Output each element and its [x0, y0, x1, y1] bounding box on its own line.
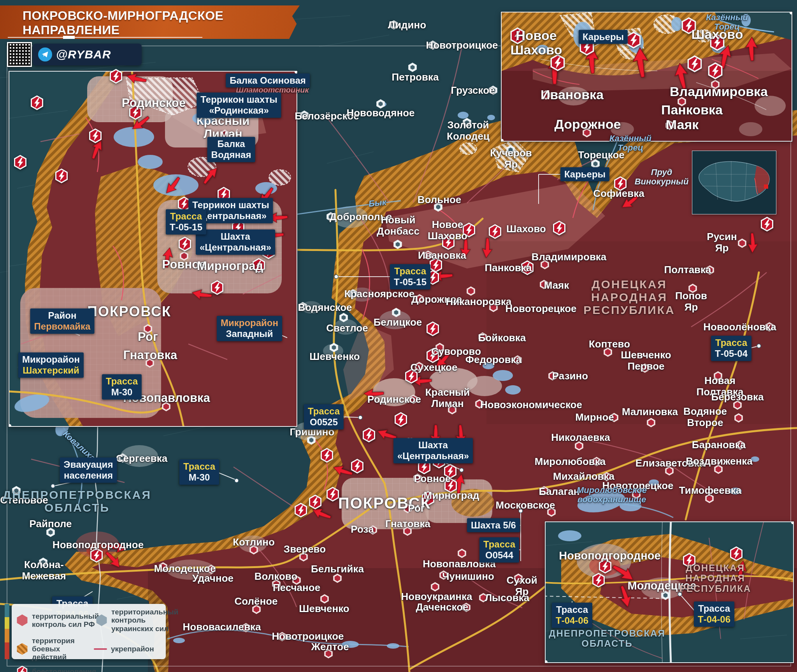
clash-icon: [90, 547, 104, 563]
clash-icon: [598, 558, 612, 574]
clash-icon: [426, 270, 440, 285]
clash-icon: [686, 55, 702, 73]
attack-arrow-icon: [632, 46, 649, 79]
clash-icon: [308, 494, 322, 510]
clash-icon: [707, 62, 723, 80]
attack-arrow-icon: [455, 424, 468, 446]
legend-color-stripe: [5, 604, 9, 659]
clash-icon: [443, 463, 457, 479]
clash-icon: [729, 546, 743, 561]
channel-badge[interactable]: @RYBAR: [33, 44, 142, 65]
clash-icon: [177, 196, 191, 212]
clash-icon: [109, 68, 123, 84]
legend-label: территориальный контроль сил РФ: [32, 612, 99, 629]
clash-icon: [326, 486, 340, 502]
clash-icon: [592, 572, 606, 588]
clash-icon: [509, 27, 525, 45]
legend-item-clashes: боестолкновения: [16, 665, 149, 672]
title-banner: ПОКРОВСКО-МИРНОГРАДСКОЕ НАПРАВЛЕНИЕ Обст…: [0, 5, 300, 39]
clash-icon: [128, 105, 142, 120]
clash-icon: [625, 31, 641, 49]
page-title: ПОКРОВСКО-МИРНОГРАДСКОЕ НАПРАВЛЕНИЕ: [23, 9, 300, 37]
attack-arrow-icon: [266, 211, 289, 225]
legend-item-fortified-area: укрепрайон: [94, 637, 161, 661]
telegram-icon: [38, 47, 52, 61]
clash-icon: [252, 258, 266, 273]
clash-icon: [520, 260, 534, 275]
clash-icon: [404, 368, 418, 384]
clash-icon: [294, 502, 308, 518]
clash-icon: [709, 33, 725, 51]
attack-arrow-icon: [743, 35, 759, 62]
combat-zone-swatch-icon: [16, 643, 28, 655]
attack-arrow-icon: [746, 232, 760, 254]
clash-icon: [462, 222, 476, 238]
channel-handle: @RYBAR: [56, 48, 111, 61]
clash-icon: [760, 216, 774, 232]
clash-icon: [681, 17, 697, 35]
clash-icon: [231, 219, 245, 235]
leader-lines: [0, 0, 797, 672]
clash-icon: [320, 447, 334, 463]
rf-control-swatch-icon: [16, 614, 28, 626]
clash-icon: [88, 128, 102, 144]
clash-icon: [426, 348, 440, 363]
clash-icon: [552, 220, 566, 236]
clash-icon: [350, 458, 364, 474]
clash-icon: [54, 168, 68, 184]
legend-item-ua-control: территориальный контроль украинских сил: [96, 608, 165, 633]
clash-icon: [441, 235, 455, 250]
clash-icon: [579, 38, 595, 56]
clash-icon: [13, 154, 27, 170]
clash-icon: [682, 553, 696, 568]
clash-icon: [613, 176, 627, 191]
legend-panel: территориальный контроль сил РФ территор…: [12, 604, 166, 659]
clash-icon: [444, 478, 458, 493]
clash-icon: [394, 412, 408, 427]
clash-icon: [426, 321, 440, 337]
legend-label: территориальный контроль украинских сил: [111, 608, 178, 633]
legend-item-rf-control: территориальный контроль сил РФ: [16, 608, 86, 633]
legend-label: укрепрайон: [111, 645, 154, 653]
legend-item-combat-zone: территория боевых действий: [16, 637, 84, 661]
clash-icon: [30, 95, 44, 111]
clash-icon: [217, 186, 231, 202]
ua-control-swatch-icon: [96, 614, 107, 626]
clash-icon: [362, 427, 376, 443]
clash-icon: [210, 280, 224, 295]
clash-icon: [262, 244, 276, 260]
clash-icon: [421, 491, 435, 506]
legend-label: боестолкновения: [32, 667, 96, 672]
legend-label: территория боевых действий: [32, 637, 84, 661]
banner-rule: [8, 37, 202, 38]
clash-icon: [178, 236, 192, 252]
clash-icon: [488, 224, 502, 239]
clash-icon: [417, 459, 431, 475]
clash-legend-icon: [16, 665, 28, 672]
attack-arrow-icon: [262, 229, 285, 242]
fortified-line-icon: [94, 648, 107, 650]
qr-code: [7, 42, 32, 67]
map-canvas: ЛидиноНовотроицкоеПетровкаГрузскоеБелозё…: [0, 0, 797, 672]
attack-arrow-icon: [362, 388, 385, 401]
clash-icon: [549, 54, 565, 72]
